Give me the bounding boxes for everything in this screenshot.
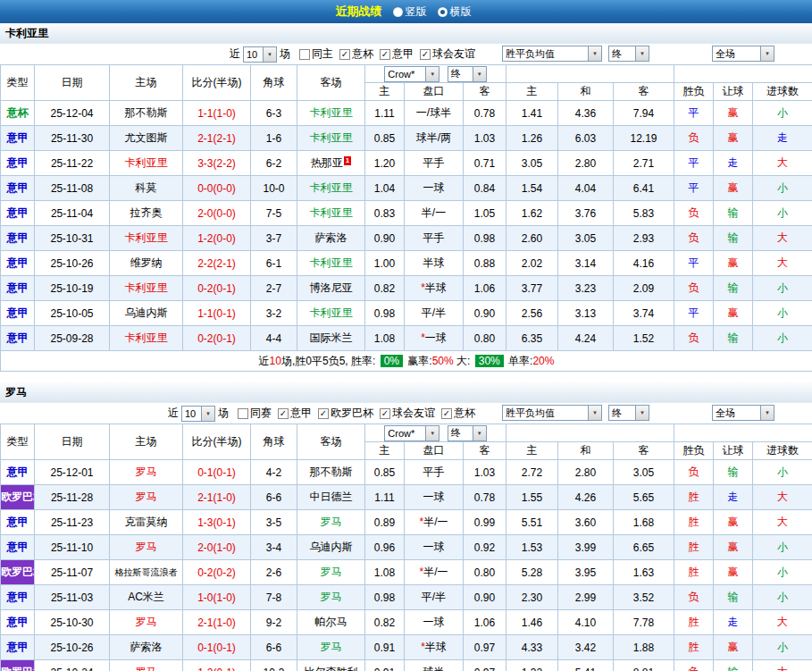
home-team-cell[interactable]: 拉齐奥 [110,201,183,226]
checkbox-icon[interactable] [299,49,310,60]
away-team-cell[interactable]: 卡利亚里 [297,201,365,226]
date-cell: 25-11-03 [35,585,110,610]
filter-checkbox[interactable]: ✓意杯 [339,46,373,62]
home-team-cell[interactable]: 维罗纳 [110,251,183,276]
result-cell: 胜 [674,485,714,510]
home-team-cell[interactable]: 格拉斯哥流浪者 [110,560,183,585]
away-team-cell[interactable]: 博洛尼亚 [297,276,365,301]
home-team-cell[interactable]: 科莫 [110,176,183,201]
away-team-cell[interactable]: 罗马 [297,560,365,585]
avg-type-select[interactable]: 胜平负均值▼ [502,46,602,62]
filter-checkbox[interactable]: ✓意杯 [441,406,475,421]
odds-source-select[interactable]: Crow*▼ [384,66,439,82]
checkbox-icon[interactable] [238,408,248,419]
home-odds-cell: 1.04 [365,176,405,201]
result-cell: 胜 [674,510,714,535]
layout-option-horizontal[interactable]: 横版 [438,4,472,20]
league-cell: 意杯 [1,101,35,126]
filter-checkbox[interactable]: 同主 [299,46,333,62]
col-score: 比分(半场) [183,424,251,460]
near-label: 近 [230,46,240,62]
away-team-cell[interactable]: 卡利亚里 [297,251,365,276]
odds-time-select[interactable]: 终▼ [448,425,487,441]
filter-checkbox[interactable]: ✓球会友谊 [380,406,435,421]
away-team-cell[interactable]: 卡利亚里 [297,101,365,126]
scope-select[interactable]: 全场▼ [712,46,774,62]
checkbox-icon[interactable]: ✓ [339,49,350,60]
home-team-cell[interactable]: 萨索洛 [110,635,183,660]
away-odds-cell: 1.03 [464,460,506,485]
match-count-select[interactable]: 10▼ [181,406,215,422]
home-team-cell[interactable]: 罗马 [110,610,183,635]
radio-checked-icon[interactable] [438,7,448,17]
home-team-cell[interactable]: 卡利亚里 [110,151,183,176]
avg-time-select[interactable]: 终▼ [608,46,649,62]
filter-checkbox[interactable]: ✓欧罗巴杯 [318,406,373,421]
home-team-cell[interactable]: 卡利亚里 [110,326,183,351]
date-cell: 25-10-30 [35,610,110,635]
checkbox-icon[interactable]: ✓ [380,49,390,60]
home-team-cell[interactable]: 罗马 [110,460,183,485]
checkbox-icon[interactable]: ✓ [441,408,452,419]
scope-select[interactable]: 全场▼ [712,405,774,421]
away-team-cell[interactable]: 卡利亚里 [297,126,365,151]
date-cell: 25-11-22 [35,151,110,176]
away-team-cell[interactable]: 那不勒斯 [297,460,365,485]
match-row: 欧罗巴杯25-11-28罗马2-1(1-0)6-6中日德兰1.11一球0.781… [1,485,812,510]
home-team-cell[interactable]: 卡利亚里 [110,276,183,301]
result-cell: 平 [674,151,714,176]
away-team-cell[interactable]: 中日德兰 [297,485,365,510]
away-team-cell[interactable]: 热那亚1 [297,151,365,176]
home-team-cell[interactable]: 尤文图斯 [110,126,183,151]
avg-home-cell: 4.33 [506,635,558,660]
home-team-cell[interactable]: 克雷莫纳 [110,510,183,535]
home-team-cell[interactable]: 乌迪内斯 [110,301,183,326]
col-odds-away: 客 [464,83,506,101]
avg-draw-cell: 2.80 [558,460,614,485]
away-team-cell[interactable]: 帕尔马 [297,610,365,635]
home-team-cell[interactable]: 那不勒斯 [110,101,183,126]
avg-time-select[interactable]: 终▼ [608,405,649,421]
score-cell: 1-2(0-1) [183,660,251,671]
filter-checkbox[interactable]: ✓球会友谊 [420,46,475,62]
away-team-cell[interactable]: 卡利亚里 [297,301,365,326]
results-table-cagliari: 类型 日期 主场 比分(半场) 角球 客场 Crow*▼ 终▼ 主 盘口 客 主… [0,64,812,372]
result-cell: 平 [674,176,714,201]
checkbox-icon[interactable]: ✓ [420,49,431,60]
away-team-cell[interactable]: 罗马 [297,585,365,610]
avg-type-select[interactable]: 胜平负均值▼ [502,405,602,421]
filter-left-group: 近 10▼ 场 同主✓意杯✓意甲✓球会友谊 [0,44,475,64]
home-team-cell[interactable]: 卡利亚里 [110,226,183,251]
checkbox-icon[interactable]: ✓ [380,408,390,419]
away-team-cell[interactable]: 卡利亚里 [297,176,365,201]
col-score: 比分(半场) [183,65,251,101]
odds-source-select[interactable]: Crow*▼ [384,425,439,441]
col-avg-away: 客 [614,442,674,460]
home-team-cell[interactable]: 罗马 [110,660,183,671]
radio-unchecked-icon[interactable] [393,7,403,17]
layout-option-vertical[interactable]: 竖版 [393,4,427,20]
away-team-cell[interactable]: 萨索洛 [297,226,365,251]
filter-checkbox[interactable]: ✓意甲 [380,46,414,62]
checkbox-label: 球会友谊 [392,406,435,421]
filter-checkbox[interactable]: 同赛 [238,406,272,421]
away-team-cell[interactable]: 乌迪内斯 [297,535,365,560]
home-team-cell[interactable]: AC米兰 [110,585,183,610]
home-team-cell[interactable]: 罗马 [110,485,183,510]
home-team-cell[interactable]: 罗马 [110,535,183,560]
away-team-cell[interactable]: 国际米兰 [297,326,365,351]
odds-source-header: Crow*▼ 终▼ [365,424,506,442]
handicap-cell: 平手 [405,460,464,485]
away-team-cell[interactable]: 罗马 [297,510,365,535]
away-team-cell[interactable]: 比尔森胜利 [297,660,365,671]
match-count-select[interactable]: 10▼ [243,46,277,63]
checkbox-icon[interactable]: ✓ [278,408,289,419]
checkbox-icon[interactable]: ✓ [318,408,329,419]
filter-checkbox[interactable]: ✓意甲 [278,406,312,421]
odds-time-select[interactable]: 终▼ [448,66,487,82]
avg-home-cell: 6.35 [506,326,558,351]
checkbox-label: 意杯 [352,46,373,62]
avg-home-cell: 1.46 [506,610,558,635]
away-team-cell[interactable]: 罗马 [297,635,365,660]
handicap-cell: 平/半 [405,301,464,326]
